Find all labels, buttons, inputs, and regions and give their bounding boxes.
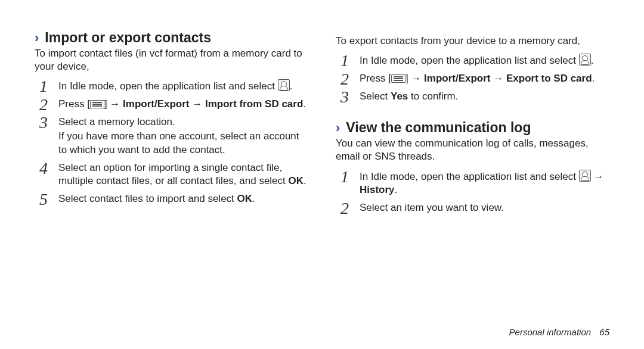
page-content: › Import or export contacts To import co…: [0, 0, 644, 237]
section-intro: To import contact files (in vcf format) …: [35, 47, 308, 73]
section-intro: You can view the communication log of ca…: [336, 137, 609, 163]
step-text: Select an item you want to view.: [360, 202, 504, 213]
contacts-icon: [579, 54, 591, 66]
step-bold: History: [360, 184, 395, 195]
left-column: › Import or export contacts To import co…: [35, 30, 308, 219]
step-text: .: [304, 175, 306, 186]
step-bold: Yes: [391, 91, 408, 102]
menu-icon: [391, 74, 405, 83]
viewlog-steps: In Idle mode, open the application list …: [336, 170, 609, 214]
step-text: Select contact files to import and selec…: [58, 193, 237, 204]
menu-icon: [90, 100, 104, 108]
step-text: .: [395, 184, 398, 195]
step: In Idle mode, open the application list …: [35, 79, 308, 93]
step-text: Select: [360, 91, 391, 102]
step-text: ] →: [104, 98, 123, 110]
step: Press [] → Import/Export → Export to SD …: [336, 72, 609, 85]
step: Select a memory location. If you have mo…: [35, 116, 308, 156]
export-steps: In Idle mode, open the application list …: [336, 54, 609, 103]
step-text: .: [252, 193, 255, 204]
chevron-icon: ›: [336, 121, 340, 135]
contacts-icon: [278, 79, 290, 91]
page-number: 65: [599, 327, 609, 337]
step-substep: If you have more than one account, selec…: [58, 130, 308, 156]
section-heading-import-export: › Import or export contacts: [35, 30, 308, 46]
import-steps: In Idle mode, open the application list …: [35, 79, 308, 205]
step-text: .: [290, 80, 293, 92]
section-title: View the communication log: [346, 120, 531, 136]
step: Select contact files to import and selec…: [35, 192, 308, 205]
step-text: Press [: [360, 73, 391, 84]
step: In Idle mode, open the application list …: [336, 54, 609, 67]
step-text: In Idle mode, open the application list …: [360, 171, 579, 182]
export-intro: To export contacts from your device to a…: [336, 35, 609, 48]
contacts-icon: [579, 170, 591, 182]
step-text: .: [303, 98, 306, 110]
footer-section-label: Personal information: [509, 327, 592, 337]
step-text: .: [592, 73, 595, 84]
step: Select an option for importing a single …: [35, 161, 308, 188]
step-text: .: [591, 55, 594, 66]
step-text: Select an option for importing a single …: [58, 162, 289, 186]
step-text: →: [591, 171, 604, 182]
step-bold: OK: [289, 175, 304, 186]
step: Select Yes to confirm.: [336, 90, 609, 103]
step-text: to confirm.: [408, 91, 458, 102]
step: Press [] → Import/Export → Import from S…: [35, 98, 308, 111]
section-heading-view-log: › View the communication log: [336, 120, 609, 136]
step-text: ] →: [405, 73, 424, 84]
step: In Idle mode, open the application list …: [336, 170, 609, 197]
step-bold: Import/Export → Export to SD card: [424, 73, 592, 84]
section-title: Import or export contacts: [45, 30, 211, 46]
step-text: Press [: [58, 98, 90, 110]
step-bold: Import/Export → Import from SD card: [123, 98, 303, 110]
right-column: To export contacts from your device to a…: [336, 30, 609, 219]
step: Select an item you want to view.: [336, 201, 609, 214]
step-text: In Idle mode, open the application list …: [58, 80, 278, 92]
step-bold: OK: [237, 193, 253, 204]
step-text: In Idle mode, open the application list …: [360, 55, 579, 66]
step-text: Select a memory location.: [58, 116, 175, 127]
chevron-icon: ›: [35, 32, 39, 45]
page-footer: Personal information 65: [509, 327, 609, 337]
